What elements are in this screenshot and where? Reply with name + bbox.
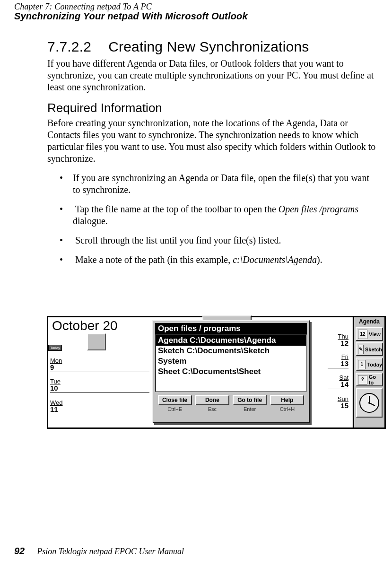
- day-entry[interactable]: Fri 13: [328, 348, 348, 368]
- sidebar-view-button[interactable]: 12 View: [356, 327, 383, 341]
- day-number: 14: [328, 381, 348, 388]
- dialog-list-item-selected[interactable]: Agenda C:\Documents\Agenda: [156, 335, 306, 346]
- header-section: Synchronizing Your netpad With Microsoft…: [14, 11, 378, 22]
- pencil-icon: ✎: [358, 345, 364, 354]
- list-item: Tap the file name at the top of the tool…: [47, 203, 379, 227]
- button-label: Close file: [158, 395, 192, 405]
- agenda-date-title: October 20: [52, 318, 118, 333]
- sidebar-button-label: Go to: [369, 374, 382, 385]
- agenda-sidebar: Agenda 12 View ✎ Sketch 1 Today ? Go to: [353, 317, 384, 427]
- dialog-button-row: Close file Ctrl+E Done Esc Go to file En…: [156, 395, 306, 412]
- sidebar-clock[interactable]: [356, 388, 383, 418]
- sidebar-goto-button[interactable]: ? Go to: [356, 373, 383, 386]
- day-entry[interactable]: Sat 14: [328, 368, 348, 389]
- dialog-list-item[interactable]: Sketch C:\Documents\Sketch: [156, 346, 306, 356]
- day-number: 15: [328, 402, 348, 409]
- day-abbr: Tue: [50, 378, 149, 384]
- dialog-title: Open files / programs: [155, 323, 307, 334]
- list-item: Scroll through the list until you find y…: [47, 235, 379, 246]
- button-label: Help: [270, 395, 304, 405]
- footer-text: Psion Teklogix netpad EPOC User Manual: [37, 547, 184, 556]
- list-text: Tap the file name at the top of the tool…: [75, 204, 279, 214]
- dialog-list-item[interactable]: System: [156, 356, 306, 366]
- agenda-left-day-column: Mon 9 Tue 10 Wed 11: [50, 350, 149, 414]
- page-header: Chapter 7: Connecting netpad To A PC Syn…: [14, 2, 378, 22]
- subsection-paragraph: Before creating your synchronization, no…: [47, 117, 379, 165]
- sidebar-title: Agenda: [354, 317, 384, 326]
- day-entry[interactable]: Thu 12: [328, 326, 348, 348]
- go-to-file-button[interactable]: Go to file Enter: [233, 395, 267, 412]
- button-label: Done: [195, 395, 229, 405]
- list-item: If you are synchronizing an Agenda or Da…: [47, 172, 379, 196]
- button-label: Go to file: [233, 395, 267, 405]
- list-text: ).: [317, 254, 322, 265]
- screenshot-agenda-app: October 20 Today Mon 9 Tue 10 Wed 11: [47, 316, 386, 429]
- sidebar-button-label: Sketch: [365, 347, 382, 352]
- day-number: 10: [50, 384, 149, 392]
- calendar-icon: 12: [358, 330, 367, 339]
- day-number: 11: [50, 406, 149, 413]
- section-title: Creating New Synchronizations: [108, 39, 309, 54]
- subsection-heading: Required Information: [47, 101, 379, 115]
- day-abbr: Mon: [50, 358, 149, 364]
- button-shortcut: Ctrl+E: [158, 406, 192, 412]
- page-footer: 92Psion Teklogix netpad EPOC User Manual: [14, 546, 378, 557]
- list-item: Make a note of the path (in this example…: [47, 254, 379, 266]
- sidebar-sketch-button[interactable]: ✎ Sketch: [356, 342, 383, 356]
- dialog-list-item[interactable]: Sheet C:\Documents\Sheet: [156, 366, 306, 377]
- calendar-today-icon: 1: [358, 360, 366, 369]
- agenda-main-area: October 20 Today Mon 9 Tue 10 Wed 11: [48, 317, 352, 427]
- done-button[interactable]: Done Esc: [195, 395, 229, 412]
- list-text: Make a note of the path (in this example…: [75, 254, 233, 265]
- list-text-italic: c:\Documents\Agenda: [233, 254, 317, 265]
- day-number: 9: [50, 364, 149, 371]
- day-entry[interactable]: Mon 9: [50, 350, 149, 372]
- section-paragraph: If you have different Agenda or Data fil…: [47, 58, 379, 93]
- help-button[interactable]: Help Ctrl+H: [270, 395, 304, 412]
- button-shortcut: Esc: [195, 406, 229, 412]
- sidebar-button-label: Today: [367, 362, 382, 367]
- agenda-right-day-column: Thu 12 Fri 13 Sat 14 Sun 15: [328, 326, 348, 410]
- clock-icon: [358, 392, 380, 414]
- section-heading: 7.7.2.2Creating New Synchronizations: [47, 39, 379, 55]
- page-number: 92: [14, 546, 25, 556]
- button-shortcut: Enter: [233, 406, 267, 412]
- day-number: 13: [328, 360, 348, 367]
- button-shortcut: Ctrl+H: [270, 406, 304, 412]
- bullet-list: If you are synchronizing an Agenda or Da…: [47, 172, 379, 266]
- svg-point-3: [368, 402, 370, 404]
- header-chapter: Chapter 7: Connecting netpad To A PC: [14, 2, 378, 12]
- close-file-button[interactable]: Close file Ctrl+E: [158, 395, 192, 412]
- day-entry[interactable]: Sun 15: [328, 389, 348, 410]
- day-number: 12: [328, 340, 348, 347]
- dialog-tab-stub: [202, 315, 252, 320]
- day-entry[interactable]: Wed 11: [50, 393, 149, 414]
- section-number: 7.7.2.2: [47, 39, 91, 55]
- open-files-dialog: Open files / programs Agenda C:\Document…: [152, 320, 310, 423]
- day-abbr: Wed: [50, 400, 149, 406]
- sidebar-button-label: View: [369, 331, 381, 337]
- sidebar-today-button[interactable]: 1 Today: [356, 358, 383, 371]
- list-text: dialogue.: [73, 216, 108, 226]
- question-calendar-icon: ?: [358, 375, 367, 384]
- scrollbar-stub[interactable]: [87, 333, 106, 350]
- list-text-italic: Open files /programs: [279, 204, 358, 214]
- day-entry[interactable]: Tue 10: [50, 372, 149, 393]
- dialog-file-list[interactable]: Agenda C:\Documents\Agenda Sketch C:\Doc…: [155, 334, 307, 392]
